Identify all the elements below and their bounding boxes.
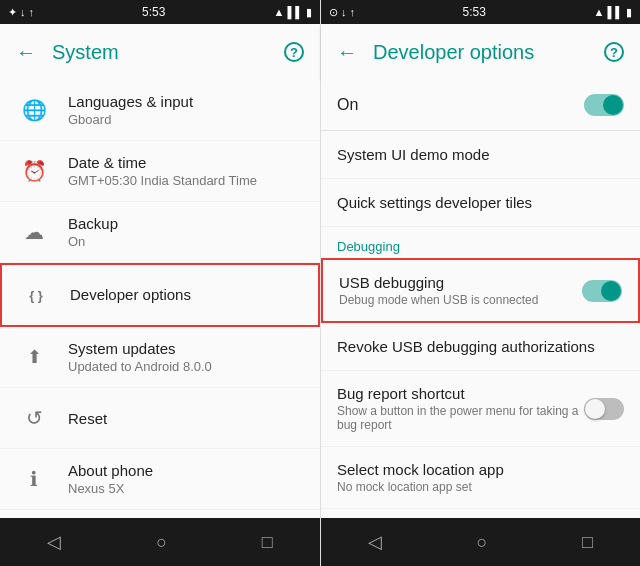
signal-icon: ▌▌	[287, 6, 303, 18]
sidebar-item-updates[interactable]: ⬆ System updates Updated to Android 8.0.…	[0, 327, 320, 388]
left-back-button[interactable]: ←	[16, 41, 36, 64]
sidebar-item-languages[interactable]: 🌐 Languages & input Gboard	[0, 80, 320, 141]
dev-item-revoke-usb[interactable]: Revoke USB debugging authorizations	[321, 323, 640, 371]
right-status-icons-left: ⊙ ↓ ↑	[329, 6, 355, 19]
developer-title: Developer options	[70, 286, 302, 303]
bug-report-toggle-knob	[585, 399, 605, 419]
reset-icon: ↺	[16, 400, 52, 436]
left-settings-list: 🌐 Languages & input Gboard ⏰ Date & time…	[0, 80, 320, 518]
dev-options-list: On System UI demo mode Quick settings de…	[321, 80, 640, 518]
photo-icon: ⊙	[329, 6, 338, 19]
r-battery-icon: ▮	[626, 6, 632, 19]
battery-icon: ▮	[306, 6, 312, 19]
left-status-icons-right: ▲ ▌▌ ▮	[274, 6, 312, 19]
right-status-bar: ⊙ ↓ ↑ 5:53 ▲ ▌▌ ▮	[321, 0, 640, 24]
updates-subtitle: Updated to Android 8.0.0	[68, 359, 304, 374]
datetime-subtitle: GMT+05:30 India Standard Time	[68, 173, 304, 188]
about-title: About phone	[68, 462, 304, 479]
right-back-button[interactable]: ←	[337, 41, 357, 64]
update-icon: ⬆	[16, 339, 52, 375]
dev-item-bug-report[interactable]: Bug report shortcut Show a button in the…	[321, 371, 640, 447]
right-nav-bar: ◁ ○ □	[321, 518, 640, 566]
right-top-bar: ← Developer options ?	[321, 24, 640, 80]
languages-title: Languages & input	[68, 93, 304, 110]
right-title: Developer options	[373, 41, 588, 64]
dev-item-view-attr[interactable]: Enable view attribute inspection	[321, 509, 640, 518]
wifi-icon: ▲	[274, 6, 285, 18]
bug-report-toggle[interactable]	[584, 398, 624, 420]
left-time: 5:53	[142, 5, 165, 19]
clock-icon: ⏰	[16, 153, 52, 189]
dev-item-mock-location[interactable]: Select mock location app No mock locatio…	[321, 447, 640, 509]
dev-on-toggle-knob	[603, 95, 623, 115]
bt-icon: ✦	[8, 6, 17, 19]
sidebar-item-about[interactable]: ℹ About phone Nexus 5X	[0, 449, 320, 510]
right-status-icons-right: ▲ ▌▌ ▮	[594, 6, 632, 19]
dev-item-ui-demo[interactable]: System UI demo mode	[321, 131, 640, 179]
r-signal-icon: ▌▌	[607, 6, 623, 18]
right-panel: ⊙ ↓ ↑ 5:53 ▲ ▌▌ ▮ ← Developer options ? …	[320, 0, 640, 566]
globe-icon: 🌐	[16, 92, 52, 128]
upload-icon: ↑	[29, 6, 35, 18]
dev-item-quick-settings[interactable]: Quick settings developer tiles	[321, 179, 640, 227]
mock-location-subtitle: No mock location app set	[337, 480, 624, 494]
backup-title: Backup	[68, 215, 304, 232]
usb-debug-subtitle: Debug mode when USB is connected	[339, 293, 582, 307]
bug-report-title: Bug report shortcut	[337, 385, 584, 402]
cloud-icon: ☁	[16, 214, 52, 250]
usb-debug-toggle[interactable]	[582, 280, 622, 302]
left-status-bar: ✦ ↓ ↑ 5:53 ▲ ▌▌ ▮	[0, 0, 320, 24]
backup-subtitle: On	[68, 234, 304, 249]
languages-subtitle: Gboard	[68, 112, 304, 127]
left-top-bar: ← System ?	[0, 24, 320, 80]
dl-icon: ↓	[341, 6, 347, 18]
sidebar-item-developer[interactable]: { } Developer options	[0, 263, 320, 327]
right-help-button[interactable]: ?	[604, 42, 624, 62]
sidebar-item-datetime[interactable]: ⏰ Date & time GMT+05:30 India Standard T…	[0, 141, 320, 202]
left-panel: ✦ ↓ ↑ 5:53 ▲ ▌▌ ▮ ← System ? 🌐 Languages…	[0, 0, 320, 566]
right-time: 5:53	[463, 5, 486, 19]
datetime-title: Date & time	[68, 154, 304, 171]
right-nav-recent[interactable]: □	[582, 532, 593, 553]
right-nav-home[interactable]: ○	[477, 532, 488, 553]
about-subtitle: Nexus 5X	[68, 481, 304, 496]
code-icon: { }	[18, 277, 54, 313]
download-icon: ↓	[20, 6, 26, 18]
quick-settings-title: Quick settings developer tiles	[337, 194, 624, 211]
left-title: System	[52, 41, 268, 64]
mock-location-title: Select mock location app	[337, 461, 624, 478]
ui-demo-title: System UI demo mode	[337, 146, 624, 163]
bug-report-subtitle: Show a button in the power menu for taki…	[337, 404, 584, 432]
left-help-button[interactable]: ?	[284, 42, 304, 62]
usb-debug-title: USB debugging	[339, 274, 582, 291]
left-nav-recent[interactable]: □	[262, 532, 273, 553]
reset-title: Reset	[68, 410, 304, 427]
updates-title: System updates	[68, 340, 304, 357]
r-wifi-icon: ▲	[594, 6, 605, 18]
dev-item-usb-debug[interactable]: USB debugging Debug mode when USB is con…	[321, 258, 640, 323]
debugging-section-header: Debugging	[321, 227, 640, 258]
dev-on-label: On	[337, 96, 358, 114]
info-icon: ℹ	[16, 461, 52, 497]
dev-on-toggle[interactable]	[584, 94, 624, 116]
left-nav-home[interactable]: ○	[156, 532, 167, 553]
usb-debug-toggle-knob	[601, 281, 621, 301]
revoke-usb-title: Revoke USB debugging authorizations	[337, 338, 624, 355]
sidebar-item-backup[interactable]: ☁ Backup On	[0, 202, 320, 263]
right-nav-back[interactable]: ◁	[368, 531, 382, 553]
left-nav-back[interactable]: ◁	[47, 531, 61, 553]
left-nav-bar: ◁ ○ □	[0, 518, 320, 566]
sidebar-item-reset[interactable]: ↺ Reset	[0, 388, 320, 449]
dev-on-row[interactable]: On	[321, 80, 640, 131]
ul-icon: ↑	[350, 6, 356, 18]
left-status-icons-left: ✦ ↓ ↑	[8, 6, 34, 19]
